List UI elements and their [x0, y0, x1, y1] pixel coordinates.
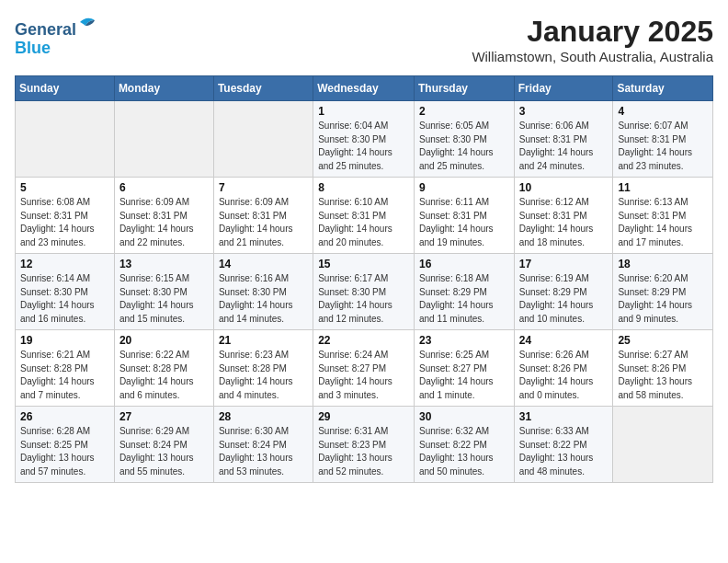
calendar-cell — [16, 101, 115, 178]
day-info: Sunrise: 6:12 AM Sunset: 8:31 PM Dayligh… — [519, 196, 609, 249]
day-info: Sunrise: 6:14 AM Sunset: 8:30 PM Dayligh… — [20, 272, 109, 326]
logo-bird-icon — [78, 13, 100, 35]
day-number: 17 — [519, 258, 609, 270]
day-number: 25 — [618, 334, 708, 347]
logo-text: General — [15, 15, 100, 40]
weekday-header-saturday: Saturday — [613, 76, 713, 101]
day-info: Sunrise: 6:17 AM Sunset: 8:30 PM Dayligh… — [318, 272, 409, 326]
day-number: 1 — [318, 105, 409, 118]
calendar-cell: 15Sunrise: 6:17 AM Sunset: 8:30 PM Dayli… — [313, 254, 415, 330]
day-info: Sunrise: 6:15 AM Sunset: 8:30 PM Dayligh… — [119, 272, 209, 326]
day-number: 30 — [419, 410, 509, 423]
calendar-cell: 27Sunrise: 6:29 AM Sunset: 8:24 PM Dayli… — [114, 407, 213, 483]
day-info: Sunrise: 6:04 AM Sunset: 8:30 PM Dayligh… — [318, 120, 409, 173]
day-number: 12 — [20, 258, 109, 270]
day-number: 13 — [119, 258, 209, 270]
day-number: 9 — [419, 181, 509, 194]
day-info: Sunrise: 6:23 AM Sunset: 8:28 PM Dayligh… — [219, 349, 308, 402]
day-number: 23 — [419, 334, 509, 347]
calendar-cell: 14Sunrise: 6:16 AM Sunset: 8:30 PM Dayli… — [213, 254, 313, 330]
day-number: 27 — [119, 410, 209, 423]
calendar-week-row: 12Sunrise: 6:14 AM Sunset: 8:30 PM Dayli… — [16, 254, 713, 330]
day-number: 7 — [219, 181, 308, 194]
day-info: Sunrise: 6:19 AM Sunset: 8:29 PM Dayligh… — [519, 272, 609, 326]
day-number: 16 — [419, 258, 509, 270]
calendar-cell: 31Sunrise: 6:33 AM Sunset: 8:22 PM Dayli… — [514, 407, 613, 483]
day-number: 5 — [20, 181, 109, 194]
title-block: January 2025 Williamstown, South Austral… — [472, 15, 713, 64]
day-number: 3 — [519, 105, 609, 118]
weekday-header-row: SundayMondayTuesdayWednesdayThursdayFrid… — [16, 76, 713, 101]
weekday-header-thursday: Thursday — [414, 76, 514, 101]
day-number: 8 — [318, 181, 409, 194]
day-number: 22 — [318, 334, 409, 347]
calendar-cell: 4Sunrise: 6:07 AM Sunset: 8:31 PM Daylig… — [613, 101, 713, 178]
day-info: Sunrise: 6:09 AM Sunset: 8:31 PM Dayligh… — [219, 196, 308, 249]
calendar-cell: 22Sunrise: 6:24 AM Sunset: 8:27 PM Dayli… — [313, 330, 415, 407]
day-number: 2 — [419, 105, 509, 118]
day-info: Sunrise: 6:18 AM Sunset: 8:29 PM Dayligh… — [419, 272, 509, 326]
weekday-header-sunday: Sunday — [16, 76, 115, 101]
calendar-cell: 19Sunrise: 6:21 AM Sunset: 8:28 PM Dayli… — [16, 330, 115, 407]
day-info: Sunrise: 6:09 AM Sunset: 8:31 PM Dayligh… — [119, 196, 209, 249]
calendar-table: SundayMondayTuesdayWednesdayThursdayFrid… — [15, 75, 713, 483]
logo: General Blue — [15, 15, 100, 58]
day-info: Sunrise: 6:11 AM Sunset: 8:31 PM Dayligh… — [419, 196, 509, 249]
day-number: 18 — [618, 258, 708, 270]
day-info: Sunrise: 6:33 AM Sunset: 8:22 PM Dayligh… — [519, 425, 609, 478]
day-number: 20 — [119, 334, 209, 347]
calendar-cell: 26Sunrise: 6:28 AM Sunset: 8:25 PM Dayli… — [16, 407, 115, 483]
day-info: Sunrise: 6:08 AM Sunset: 8:31 PM Dayligh… — [20, 196, 109, 249]
calendar-cell: 29Sunrise: 6:31 AM Sunset: 8:23 PM Dayli… — [313, 407, 415, 483]
day-info: Sunrise: 6:22 AM Sunset: 8:28 PM Dayligh… — [119, 349, 209, 402]
day-info: Sunrise: 6:16 AM Sunset: 8:30 PM Dayligh… — [219, 272, 308, 326]
month-title: January 2025 — [472, 15, 713, 49]
calendar-cell: 28Sunrise: 6:30 AM Sunset: 8:24 PM Dayli… — [213, 407, 313, 483]
day-info: Sunrise: 6:27 AM Sunset: 8:26 PM Dayligh… — [618, 349, 708, 402]
day-info: Sunrise: 6:28 AM Sunset: 8:25 PM Dayligh… — [20, 425, 109, 478]
calendar-cell: 1Sunrise: 6:04 AM Sunset: 8:30 PM Daylig… — [313, 101, 415, 178]
calendar-cell: 17Sunrise: 6:19 AM Sunset: 8:29 PM Dayli… — [514, 254, 613, 330]
day-info: Sunrise: 6:24 AM Sunset: 8:27 PM Dayligh… — [318, 349, 409, 402]
logo-blue-text: Blue — [15, 40, 100, 58]
calendar-cell — [213, 101, 313, 178]
day-info: Sunrise: 6:25 AM Sunset: 8:27 PM Dayligh… — [419, 349, 509, 402]
calendar-cell: 8Sunrise: 6:10 AM Sunset: 8:31 PM Daylig… — [313, 178, 415, 254]
calendar-cell: 11Sunrise: 6:13 AM Sunset: 8:31 PM Dayli… — [613, 178, 713, 254]
calendar-cell: 7Sunrise: 6:09 AM Sunset: 8:31 PM Daylig… — [213, 178, 313, 254]
day-number: 29 — [318, 410, 409, 423]
calendar-cell: 18Sunrise: 6:20 AM Sunset: 8:29 PM Dayli… — [613, 254, 713, 330]
calendar-cell — [613, 407, 713, 483]
day-info: Sunrise: 6:32 AM Sunset: 8:22 PM Dayligh… — [419, 425, 509, 478]
calendar-cell: 13Sunrise: 6:15 AM Sunset: 8:30 PM Dayli… — [114, 254, 213, 330]
calendar-cell: 5Sunrise: 6:08 AM Sunset: 8:31 PM Daylig… — [16, 178, 115, 254]
calendar-week-row: 26Sunrise: 6:28 AM Sunset: 8:25 PM Dayli… — [16, 407, 713, 483]
weekday-header-wednesday: Wednesday — [313, 76, 415, 101]
calendar-cell: 21Sunrise: 6:23 AM Sunset: 8:28 PM Dayli… — [213, 330, 313, 407]
day-number: 14 — [219, 258, 308, 270]
calendar-cell: 30Sunrise: 6:32 AM Sunset: 8:22 PM Dayli… — [414, 407, 514, 483]
day-info: Sunrise: 6:20 AM Sunset: 8:29 PM Dayligh… — [618, 272, 708, 326]
calendar-cell: 2Sunrise: 6:05 AM Sunset: 8:30 PM Daylig… — [414, 101, 514, 178]
day-info: Sunrise: 6:29 AM Sunset: 8:24 PM Dayligh… — [119, 425, 209, 478]
calendar-week-row: 1Sunrise: 6:04 AM Sunset: 8:30 PM Daylig… — [16, 101, 713, 178]
day-number: 26 — [20, 410, 109, 423]
page-header: General Blue January 2025 Williamstown, … — [15, 15, 713, 64]
weekday-header-monday: Monday — [114, 76, 213, 101]
calendar-cell: 25Sunrise: 6:27 AM Sunset: 8:26 PM Dayli… — [613, 330, 713, 407]
calendar-week-row: 19Sunrise: 6:21 AM Sunset: 8:28 PM Dayli… — [16, 330, 713, 407]
day-number: 19 — [20, 334, 109, 347]
day-info: Sunrise: 6:05 AM Sunset: 8:30 PM Dayligh… — [419, 120, 509, 173]
calendar-cell: 10Sunrise: 6:12 AM Sunset: 8:31 PM Dayli… — [514, 178, 613, 254]
day-info: Sunrise: 6:30 AM Sunset: 8:24 PM Dayligh… — [219, 425, 308, 478]
day-number: 4 — [618, 105, 708, 118]
day-info: Sunrise: 6:10 AM Sunset: 8:31 PM Dayligh… — [318, 196, 409, 249]
day-number: 6 — [119, 181, 209, 194]
calendar-cell: 12Sunrise: 6:14 AM Sunset: 8:30 PM Dayli… — [16, 254, 115, 330]
calendar-week-row: 5Sunrise: 6:08 AM Sunset: 8:31 PM Daylig… — [16, 178, 713, 254]
day-info: Sunrise: 6:26 AM Sunset: 8:26 PM Dayligh… — [519, 349, 609, 402]
calendar-cell: 24Sunrise: 6:26 AM Sunset: 8:26 PM Dayli… — [514, 330, 613, 407]
day-info: Sunrise: 6:31 AM Sunset: 8:23 PM Dayligh… — [318, 425, 409, 478]
calendar-cell: 6Sunrise: 6:09 AM Sunset: 8:31 PM Daylig… — [114, 178, 213, 254]
calendar-cell: 20Sunrise: 6:22 AM Sunset: 8:28 PM Dayli… — [114, 330, 213, 407]
